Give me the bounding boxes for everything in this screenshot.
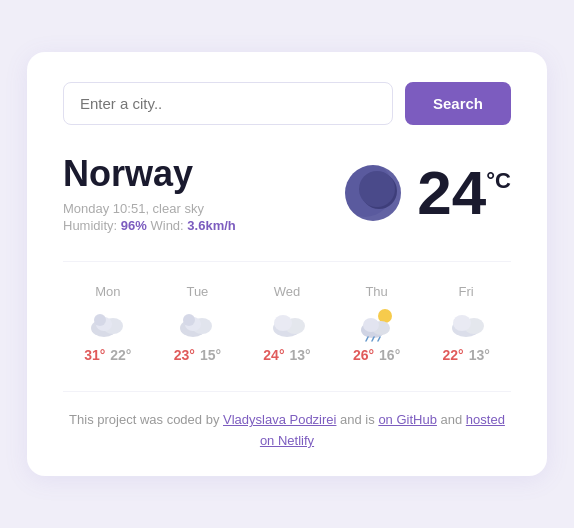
- temp-high-wed: 24°: [263, 347, 284, 363]
- temp-low-wed: 13°: [289, 347, 310, 363]
- temp-low-mon: 22°: [110, 347, 131, 363]
- wind-value: 3.6km/h: [187, 218, 235, 233]
- temp-pair-wed: 24° 13°: [263, 347, 310, 363]
- footer-text-3: and: [437, 412, 466, 427]
- forecast-row: Mon 31° 22° Tue: [63, 261, 511, 363]
- temp-high-tue: 23°: [174, 347, 195, 363]
- temp-pair-fri: 22° 13°: [443, 347, 490, 363]
- footer-github-link[interactable]: on GitHub: [378, 412, 437, 427]
- search-input[interactable]: [63, 82, 393, 125]
- temp-pair-mon: 31° 22°: [84, 347, 131, 363]
- forecast-icon-wed: [265, 305, 309, 341]
- city-info: Norway Monday 10:51, clear sky Humidity:…: [63, 153, 236, 233]
- forecast-day-tue: Tue 23° 15°: [153, 284, 243, 363]
- svg-point-10: [274, 315, 292, 331]
- temp-unit: °C: [486, 170, 511, 192]
- search-button[interactable]: Search: [405, 82, 511, 125]
- temp-value: 24: [417, 162, 486, 224]
- forecast-icon-fri: [444, 305, 488, 341]
- forecast-icon-thu: [355, 305, 399, 341]
- svg-point-7: [183, 314, 195, 326]
- day-label-tue: Tue: [186, 284, 208, 299]
- city-name: Norway: [63, 153, 236, 195]
- temp-low-fri: 13°: [469, 347, 490, 363]
- weather-card: Search Norway Monday 10:51, clear sky Hu…: [27, 52, 547, 476]
- day-label-mon: Mon: [95, 284, 120, 299]
- humidity-wind: Humidity: 96% Wind: 3.6km/h: [63, 218, 236, 233]
- footer: This project was coded by Vladyslava Pod…: [63, 391, 511, 452]
- footer-text-2: and is: [336, 412, 378, 427]
- day-label-wed: Wed: [274, 284, 301, 299]
- svg-point-14: [363, 318, 379, 332]
- forecast-day-wed: Wed 24° 13°: [242, 284, 332, 363]
- forecast-icon-mon: [86, 305, 130, 341]
- footer-author-link[interactable]: Vladyslava Podzirei: [223, 412, 336, 427]
- temp-pair-thu: 26° 16°: [353, 347, 400, 363]
- svg-point-3: [94, 314, 106, 326]
- temp-high-thu: 26°: [353, 347, 374, 363]
- day-label-fri: Fri: [459, 284, 474, 299]
- temp-high-mon: 31°: [84, 347, 105, 363]
- humidity-label: Humidity:: [63, 218, 117, 233]
- temp-low-thu: 16°: [379, 347, 400, 363]
- svg-line-17: [378, 337, 380, 341]
- temp-icon-row: 24°C: [345, 162, 511, 224]
- weather-icon-main: [345, 165, 401, 221]
- humidity-value: 96%: [121, 218, 147, 233]
- day-label-thu: Thu: [365, 284, 387, 299]
- forecast-icon-tue: [175, 305, 219, 341]
- footer-text-1: This project was coded by: [69, 412, 223, 427]
- weather-main: Norway Monday 10:51, clear sky Humidity:…: [63, 153, 511, 233]
- temp-low-tue: 15°: [200, 347, 221, 363]
- forecast-day-fri: Fri 22° 13°: [421, 284, 511, 363]
- temp-high-fri: 22°: [443, 347, 464, 363]
- temp-pair-tue: 23° 15°: [174, 347, 221, 363]
- wind-separator: Wind:: [150, 218, 183, 233]
- current-temp: 24°C: [417, 162, 511, 224]
- svg-point-20: [453, 315, 471, 331]
- forecast-day-thu: Thu 26° 16°: [332, 284, 422, 363]
- svg-point-11: [378, 309, 392, 323]
- forecast-day-mon: Mon 31° 22°: [63, 284, 153, 363]
- search-row: Search: [63, 82, 511, 125]
- svg-line-15: [366, 337, 368, 341]
- weather-description: Monday 10:51, clear sky: [63, 201, 236, 216]
